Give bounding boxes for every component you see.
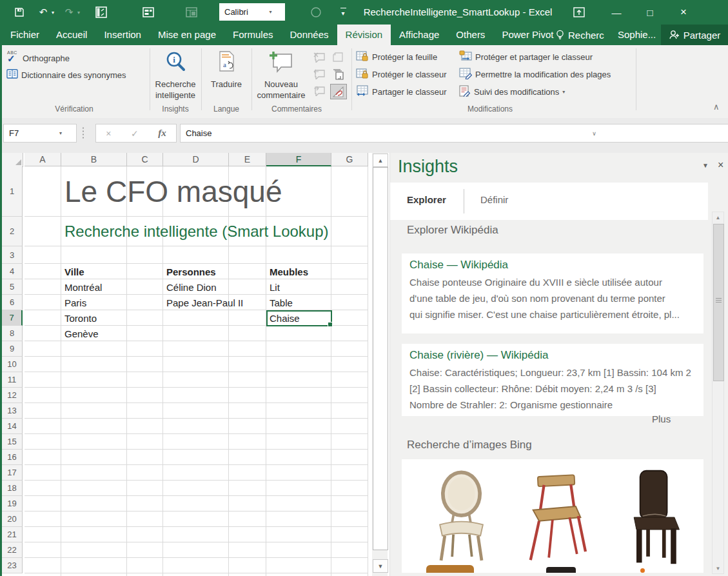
cell-F5[interactable]: Lit <box>270 279 280 295</box>
spelling-button[interactable]: ABC ✓ Orthographe <box>6 52 70 65</box>
tab-explorer[interactable]: Explorer <box>407 194 446 205</box>
scroll-up-icon[interactable]: ▲ <box>713 212 723 223</box>
column-header-D[interactable]: D <box>163 153 229 166</box>
save-icon[interactable] <box>12 5 27 20</box>
row-header-13[interactable]: 13 <box>2 403 23 419</box>
bing-image-partial-1[interactable] <box>426 565 474 573</box>
undo-icon[interactable]: ↶ <box>35 5 51 20</box>
cell-B5[interactable]: Montréal <box>64 279 102 295</box>
bing-image-partial-2[interactable] <box>546 567 576 573</box>
column-header-G[interactable]: G <box>331 153 368 166</box>
name-box-dropdown-icon[interactable]: ▾ <box>40 130 76 136</box>
tab-mise-en-page[interactable]: Mise en page <box>150 25 224 45</box>
tab-insertion[interactable]: Insertion <box>95 25 150 45</box>
row-header-23[interactable]: 23 <box>2 558 23 573</box>
row-header-6[interactable]: 6 <box>2 295 23 310</box>
account-user[interactable]: Sophie... <box>618 25 656 45</box>
row-header-16[interactable]: 16 <box>2 450 23 465</box>
cell-F4[interactable]: Meubles <box>270 264 308 279</box>
form-view-icon[interactable] <box>141 5 156 20</box>
bing-image-oval-back-chair[interactable] <box>428 468 495 565</box>
scrollbar-thumb[interactable] <box>373 167 388 550</box>
delete-comment-icon[interactable] <box>311 50 326 65</box>
cell-B8[interactable]: Genève <box>64 326 99 341</box>
undo-dropdown-icon[interactable]: ▾ <box>52 10 54 15</box>
cell-D5[interactable]: Céline Dion <box>166 279 217 295</box>
scroll-up-icon[interactable]: ▲ <box>373 154 388 167</box>
row-header-9[interactable]: 9 <box>2 341 23 357</box>
scroll-down-icon[interactable]: ▼ <box>373 559 388 573</box>
name-box-resize-grip[interactable] <box>82 126 84 139</box>
row-header-3[interactable]: 3 <box>2 246 23 264</box>
translate-button[interactable]: a Traduire <box>204 50 249 90</box>
expand-formula-bar-icon[interactable]: ∨ <box>455 130 728 137</box>
pane-vertical-scrollbar[interactable]: ▲ ▼ <box>712 212 724 574</box>
row-header-17[interactable]: 17 <box>2 465 23 481</box>
row-header-18[interactable]: 18 <box>2 481 23 496</box>
tab-power-pivot[interactable]: Power Pivot <box>493 25 562 45</box>
fill-handle[interactable] <box>328 322 333 327</box>
row-header-12[interactable]: 12 <box>2 388 23 403</box>
formula-input[interactable]: Chaise ∨ <box>180 124 728 143</box>
tellme-search[interactable]: Recherc <box>556 25 618 45</box>
row-header-10[interactable]: 10 <box>2 357 23 372</box>
column-header-A[interactable]: A <box>25 153 61 166</box>
bing-image-leather-chair[interactable] <box>624 463 685 571</box>
column-header-B[interactable]: B <box>61 153 127 166</box>
wikipedia-card[interactable]: Chaise (rivière) — WikipédiaChaise: Cara… <box>402 344 703 416</box>
tab-formules[interactable]: Formules <box>224 25 282 45</box>
ribbon-display-options-icon[interactable] <box>565 0 593 25</box>
cell-F6[interactable]: Table <box>270 295 293 310</box>
row-header-21[interactable]: 21 <box>2 527 23 542</box>
next-comment-icon[interactable] <box>311 84 326 98</box>
insert-function-icon[interactable]: fx <box>158 128 166 139</box>
row-header-14[interactable]: 14 <box>2 419 23 434</box>
tab-accueil[interactable]: Accueil <box>48 25 95 45</box>
row-header-19[interactable]: 19 <box>2 496 23 511</box>
redo-icon[interactable]: ↷ <box>61 5 77 20</box>
protect-workbook-button[interactable]: Protéger le classeur <box>356 68 447 81</box>
tab-affichage[interactable]: Affichage <box>391 25 448 45</box>
cell-B1[interactable]: Le CFO masqué <box>64 166 282 217</box>
switch-windows-icon[interactable] <box>93 5 109 20</box>
tab-données[interactable]: Données <box>282 25 337 45</box>
tab-others[interactable]: Others <box>448 25 493 45</box>
cell-B7[interactable]: Toronto <box>64 310 97 326</box>
column-header-E[interactable]: E <box>229 153 266 166</box>
card-title[interactable]: Chaise — Wikipédia <box>409 259 696 272</box>
confirm-entry-icon[interactable]: ✓ <box>131 128 139 139</box>
row-header-20[interactable]: 20 <box>2 511 23 527</box>
tab-fichier[interactable]: Fichier <box>2 25 48 45</box>
tab-definir[interactable]: Définir <box>480 194 508 205</box>
track-changes-button[interactable]: Suivi des modifications ▾ <box>459 85 565 99</box>
protect-sheet-button[interactable]: Protéger la feuille <box>356 50 437 64</box>
smart-lookup-button[interactable]: i Recherche intelligente <box>151 50 200 101</box>
row-header-15[interactable]: 15 <box>2 434 23 450</box>
close-button[interactable]: × <box>669 0 698 25</box>
cell-B4[interactable]: Ville <box>64 264 84 279</box>
row-header-4[interactable]: 4 <box>2 264 23 279</box>
pane-options-icon[interactable]: ▼ <box>702 162 709 169</box>
row-header-22[interactable]: 22 <box>2 542 23 558</box>
bing-image-partial-3[interactable] <box>640 568 645 573</box>
show-all-comments-icon[interactable] <box>330 67 346 81</box>
row-header-7[interactable]: 7 <box>2 310 23 326</box>
show-hide-comment-icon[interactable] <box>330 50 346 65</box>
scroll-down-icon[interactable]: ▼ <box>713 563 723 573</box>
select-all-corner[interactable] <box>2 153 23 167</box>
table-tool-icon[interactable] <box>184 5 199 20</box>
share-workbook-button[interactable]: Partager le classeur <box>356 85 447 99</box>
column-header-C[interactable]: C <box>127 153 163 166</box>
cancel-entry-icon[interactable]: × <box>106 128 111 139</box>
card-title[interactable]: Chaise (rivière) — Wikipédia <box>409 349 696 362</box>
column-header-F[interactable]: F <box>266 153 331 166</box>
collapse-ribbon-icon[interactable]: ∧ <box>713 102 720 112</box>
name-box[interactable]: F7 ▾ <box>3 124 77 143</box>
cell-B2[interactable]: Recherche intelligente (Smart Lookup) <box>64 217 329 246</box>
share-button[interactable]: Partager <box>661 25 728 45</box>
cell-D4[interactable]: Personnes <box>166 264 216 279</box>
row-header-2[interactable]: 2 <box>2 217 23 246</box>
row-header-5[interactable]: 5 <box>2 279 23 295</box>
wikipedia-card[interactable]: Chaise — WikipédiaChaise ponteuse Origin… <box>402 253 703 333</box>
tab-révision[interactable]: Révision <box>337 25 391 45</box>
